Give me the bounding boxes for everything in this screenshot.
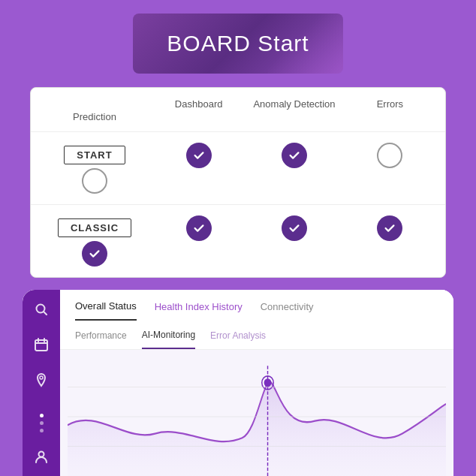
search-icon[interactable]	[34, 302, 49, 321]
subtabs-row: Performance AI-Monitoring Error Analysis	[60, 321, 453, 350]
tab-connectivity[interactable]: Connectivity	[261, 301, 314, 320]
header-title: BOARD Start	[167, 31, 309, 56]
chart-area-fill	[68, 382, 446, 476]
check-filled-icon	[186, 143, 212, 168]
dot-1	[40, 414, 44, 417]
tablet-main: Overall Status Health Index History Conn…	[60, 290, 453, 476]
start-prediction-cell	[38, 168, 151, 194]
col-anomaly: Anomaly Detection	[246, 98, 342, 111]
col-label	[38, 98, 151, 111]
start-errors-cell	[342, 143, 438, 168]
sidebar-dots	[40, 414, 44, 432]
svg-point-6	[40, 376, 43, 379]
classic-errors-cell	[342, 215, 438, 241]
svg-point-7	[39, 451, 44, 456]
chart-area	[60, 350, 453, 476]
check-filled-icon	[282, 143, 307, 168]
calendar-icon[interactable]	[34, 337, 49, 356]
tablet-sidebar	[23, 290, 60, 476]
tab-overall-status[interactable]: Overall Status	[75, 300, 137, 321]
check-filled-icon	[282, 215, 307, 241]
check-empty-icon	[82, 168, 107, 194]
user-icon[interactable]	[34, 449, 49, 468]
start-badge: START	[64, 146, 125, 164]
tab-health-index[interactable]: Health Index History	[155, 301, 243, 320]
col-prediction: Prediction	[38, 111, 151, 124]
classic-anomaly-cell	[246, 215, 342, 241]
classic-prediction-cell	[38, 241, 151, 267]
check-filled-icon	[377, 215, 402, 241]
header-card: BOARD Start	[133, 14, 343, 74]
chart-svg	[68, 357, 446, 476]
chart-marker-dot	[264, 378, 272, 387]
subtab-ai-monitoring[interactable]: AI-Monitoring	[142, 330, 195, 349]
col-errors: Errors	[342, 98, 438, 111]
svg-line-1	[44, 312, 47, 315]
table-row: CLASSIC	[31, 205, 445, 277]
start-anomaly-cell	[246, 143, 342, 168]
check-filled-icon	[82, 241, 107, 267]
tablet-preview: Overall Status Health Index History Conn…	[23, 290, 453, 476]
check-empty-icon	[377, 143, 402, 168]
subtab-error-analysis[interactable]: Error Analysis	[210, 330, 266, 348]
subtab-performance[interactable]: Performance	[75, 330, 127, 348]
location-icon[interactable]	[34, 372, 49, 391]
table-row: START	[31, 132, 445, 205]
tabs-row: Overall Status Health Index History Conn…	[60, 290, 453, 321]
dot-3	[40, 429, 44, 432]
row-label-start: START	[38, 146, 151, 164]
row-label-classic: CLASSIC	[38, 218, 151, 237]
classic-badge: CLASSIC	[58, 218, 131, 237]
col-dashboard: Dashboard	[151, 98, 246, 111]
svg-rect-2	[35, 340, 47, 351]
start-dashboard-cell	[151, 143, 246, 168]
check-filled-icon	[186, 215, 212, 241]
feature-table: Dashboard Anomaly Detection Errors Predi…	[30, 87, 446, 278]
header-section: BOARD Start	[0, 0, 476, 87]
classic-dashboard-cell	[151, 215, 246, 241]
table-header: Dashboard Anomaly Detection Errors Predi…	[31, 88, 445, 132]
dot-2	[40, 421, 44, 425]
